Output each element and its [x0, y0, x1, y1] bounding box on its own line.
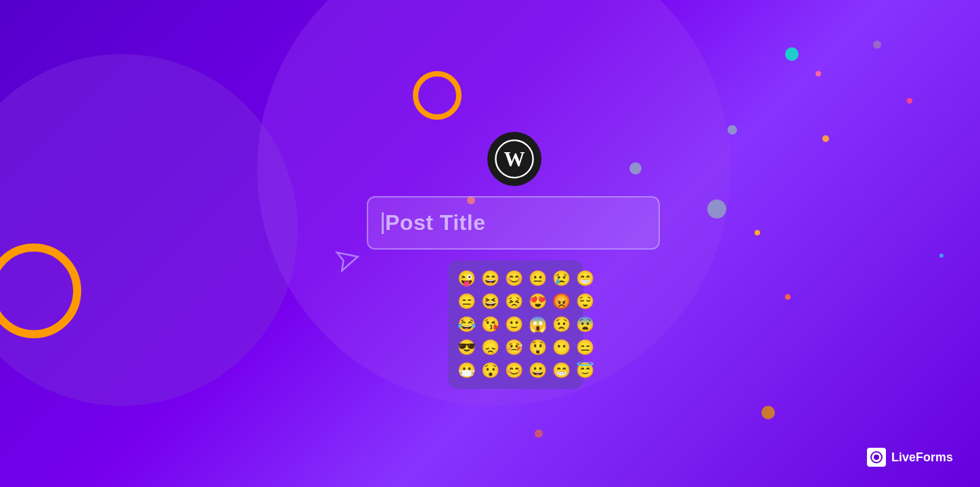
emoji-item[interactable]: 😑: [456, 292, 477, 312]
emoji-item[interactable]: 😶: [551, 338, 572, 358]
emoji-item[interactable]: 😇: [575, 361, 596, 381]
emoji-item[interactable]: 😁: [551, 361, 572, 381]
decorative-dot-dot10: [907, 98, 912, 103]
liveforms-icon: [867, 448, 886, 467]
emoji-item[interactable]: 😆: [480, 292, 501, 312]
emoji-item[interactable]: 😊: [504, 269, 525, 289]
emoji-item[interactable]: 😨: [575, 315, 596, 335]
svg-text:W: W: [504, 147, 525, 171]
svg-marker-3: [337, 248, 360, 271]
decorative-dot-dot2: [629, 162, 642, 175]
deco-circle-left: [0, 54, 298, 406]
decorative-dot-dot14: [939, 254, 943, 258]
emoji-item[interactable]: 😁: [575, 269, 596, 289]
wordpress-logo: W: [487, 132, 541, 186]
text-cursor: [382, 212, 384, 234]
decorative-dot-dot13: [785, 294, 790, 300]
emoji-item[interactable]: 😞: [480, 338, 501, 358]
emoji-item[interactable]: 😎: [456, 338, 477, 358]
emoji-item[interactable]: 😣: [504, 292, 525, 312]
emoji-item[interactable]: 🙂: [504, 315, 525, 335]
emoji-item[interactable]: 😜: [456, 269, 477, 289]
emoji-item[interactable]: 😌: [575, 292, 596, 312]
emoji-item[interactable]: 😢: [551, 269, 572, 289]
emoji-item[interactable]: 😲: [527, 338, 548, 358]
decorative-dot-dot7: [822, 135, 829, 142]
emoji-item[interactable]: 🤒: [504, 338, 525, 358]
decorative-dot-dot6: [816, 71, 821, 76]
emoji-item[interactable]: 😂: [456, 315, 477, 335]
emoji-picker[interactable]: 😜😄😊😐😢😁😑😆😣😍😡😌😂😘🙂😱😟😨😎😞🤒😲😶😑😷😯😊😀😁😇: [448, 260, 583, 389]
liveforms-icon-inner: [870, 451, 883, 463]
emoji-item[interactable]: 😑: [575, 338, 596, 358]
emoji-item[interactable]: 😄: [480, 269, 501, 289]
liveforms-label: LiveForms: [891, 450, 953, 465]
emoji-item[interactable]: 😐: [527, 269, 548, 289]
orange-ring-small: [413, 71, 462, 120]
decorative-dot-dot3: [707, 200, 726, 218]
post-title-input[interactable]: Post Title: [367, 196, 660, 250]
emoji-item[interactable]: 😡: [551, 292, 572, 312]
emoji-item[interactable]: 😊: [504, 361, 525, 381]
decorative-dot-dot9: [873, 41, 881, 49]
emoji-item[interactable]: 😟: [551, 315, 572, 335]
decorative-dot-dot4: [728, 125, 737, 135]
decorative-dot-dot8: [755, 230, 760, 235]
liveforms-brand: LiveForms: [867, 448, 953, 467]
emoji-item[interactable]: 😀: [527, 361, 548, 381]
emoji-item[interactable]: 😘: [480, 315, 501, 335]
emoji-item[interactable]: 😍: [527, 292, 548, 312]
emoji-item[interactable]: 😷: [456, 361, 477, 381]
decorative-dot-dot5: [785, 47, 799, 61]
decorative-dot-dot11: [761, 406, 775, 419]
post-title-placeholder: Post Title: [385, 210, 485, 235]
emoji-item[interactable]: 😱: [527, 315, 548, 335]
emoji-item[interactable]: 😯: [480, 361, 501, 381]
decorative-dot-dot12: [535, 430, 543, 438]
